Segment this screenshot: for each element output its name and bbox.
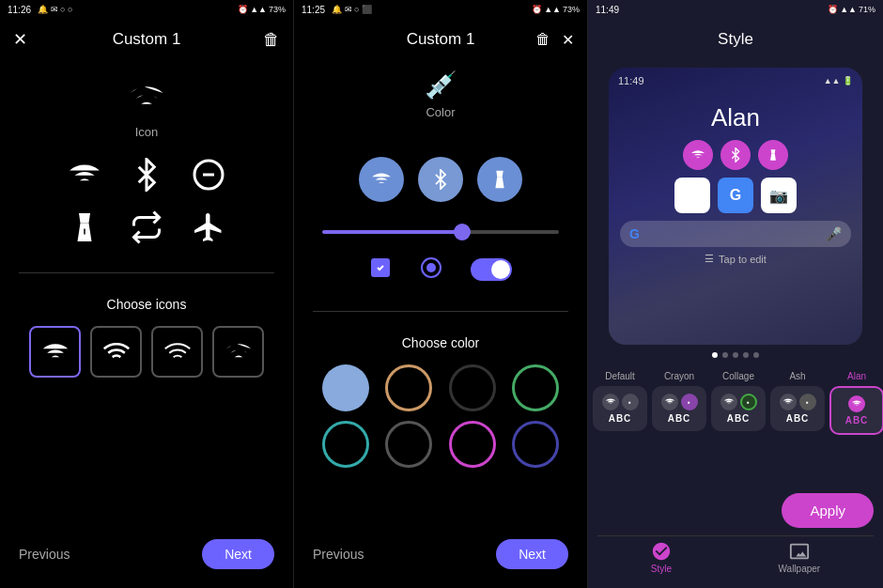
- prev-button-1[interactable]: Previous: [19, 547, 70, 562]
- color-dot-5[interactable]: [322, 421, 369, 468]
- pagination-dots: [588, 352, 883, 358]
- svg-point-5: [426, 263, 436, 272]
- nav-wallpaper-label: Wallpaper: [779, 564, 821, 574]
- status-icons-3: ⏰ ▲▲ 71%: [828, 5, 875, 14]
- icon-section-label: Icon: [135, 125, 159, 139]
- panel1-header: ✕ Custom 1 🗑: [0, 19, 293, 60]
- color-circle-wifi[interactable]: [359, 157, 404, 202]
- status-icons-2: ⏰ ▲▲ 73%: [532, 5, 580, 14]
- status-bar-2: 11:25 🔔 ✉ ○ ⬛ ⏰ ▲▲ 73%: [294, 0, 587, 19]
- status-time-3: 11:49: [596, 5, 619, 15]
- close-icon-1[interactable]: ✕: [13, 29, 27, 50]
- style-title: Style: [718, 30, 753, 49]
- panel2-title: Custom 1: [407, 30, 475, 49]
- color-circle-flashlight[interactable]: [477, 157, 522, 202]
- icon-choice-1[interactable]: [29, 326, 81, 378]
- preview-time-display: 11:49 ▲▲ 🔋: [618, 75, 853, 86]
- flashlight-icon-item[interactable]: [68, 210, 101, 244]
- divider-2: [313, 311, 568, 312]
- radio-control[interactable]: [420, 256, 442, 283]
- style-card-default[interactable]: Default ▪ ABC: [593, 371, 647, 435]
- next-button-1[interactable]: Next: [202, 539, 274, 569]
- preview-flashlight-icon: [758, 140, 788, 170]
- nav-wallpaper[interactable]: Wallpaper: [779, 541, 821, 574]
- preview-search-bar: G 🎤: [620, 221, 851, 247]
- icons-grid: [49, 158, 244, 244]
- panel1-footer: Previous Next: [0, 528, 293, 588]
- prev-button-2[interactable]: Previous: [313, 547, 364, 562]
- panel-choose-color: 11:25 🔔 ✉ ○ ⬛ ⏰ ▲▲ 73% 🗑 ✕ Custom 1 💉 Co…: [294, 0, 588, 588]
- next-button-2[interactable]: Next: [496, 539, 568, 569]
- wifi-icon-item[interactable]: [68, 158, 101, 192]
- main-icon: [128, 79, 165, 120]
- choose-color-section: Choose color: [294, 321, 587, 482]
- preview-wifi-icon: [683, 140, 713, 170]
- toggle-control[interactable]: [471, 258, 512, 281]
- color-dot-2[interactable]: [385, 364, 432, 411]
- nav-style[interactable]: Style: [651, 541, 672, 574]
- delete-icon-1[interactable]: 🗑: [263, 30, 280, 50]
- checkbox-control[interactable]: [369, 256, 392, 283]
- panel-choose-icons: 11:26 🔔 ✉ ○ ○ ⏰ ▲▲ 73% ✕ Custom 1 🗑 Icon: [0, 0, 294, 588]
- color-icon-label: 💉 Color: [313, 70, 568, 138]
- icon-preview-section: Icon: [0, 60, 293, 263]
- style-header: Style: [588, 19, 883, 60]
- preview-bluetooth-icon: [720, 140, 751, 170]
- dot-4: [743, 352, 749, 358]
- color-slider-container: [313, 221, 568, 238]
- style-card-crayon[interactable]: Crayon ▪ ABC: [652, 371, 706, 435]
- eyedropper-icon: 💉: [425, 70, 457, 101]
- panel2-footer: Previous Next: [294, 528, 587, 588]
- color-slider[interactable]: [322, 230, 559, 234]
- style-card-collage[interactable]: Collage ▪ ABC: [711, 371, 766, 435]
- choose-icons-title: Choose icons: [15, 297, 278, 312]
- status-time-1: 11:26 🔔 ✉ ○ ○: [8, 5, 72, 15]
- color-dot-3[interactable]: [449, 364, 496, 411]
- color-dot-8[interactable]: [512, 421, 559, 468]
- tap-to-edit[interactable]: ☰ Tap to edit: [609, 253, 862, 265]
- preview-photos: 📷: [761, 178, 797, 213]
- minus-circle-icon-item[interactable]: [192, 158, 225, 192]
- color-dot-6[interactable]: [385, 421, 432, 468]
- panel1-title: Custom 1: [113, 30, 181, 49]
- color-label: Color: [426, 105, 455, 119]
- color-dot-7[interactable]: [449, 421, 496, 468]
- icon-choice-4[interactable]: [212, 326, 264, 378]
- bluetooth-icon-item[interactable]: [130, 158, 163, 192]
- color-section: 💉 Color: [294, 60, 587, 302]
- apply-button[interactable]: Apply: [782, 493, 874, 528]
- panel-style: 11:49 ⏰ ▲▲ 71% Style 11:49 ▲▲ 🔋 Alan: [588, 0, 883, 588]
- color-dot-4[interactable]: [512, 364, 559, 411]
- color-palette-grid: [309, 364, 572, 468]
- color-circle-bluetooth[interactable]: [418, 157, 463, 202]
- sync-icon-item[interactable]: [130, 210, 163, 244]
- preview-google: G: [718, 178, 753, 213]
- panel2-header: 🗑 ✕ Custom 1: [294, 19, 587, 60]
- choose-icons-section: Choose icons: [0, 283, 293, 392]
- preview-gmail: ✉: [674, 178, 710, 213]
- icon-choice-2[interactable]: [90, 326, 142, 378]
- style-card-ash[interactable]: Ash ▪ ABC: [770, 371, 825, 435]
- selected-colors: [313, 157, 568, 202]
- preview-quick-icons: [609, 140, 862, 170]
- status-bar-1: 11:26 🔔 ✉ ○ ○ ⏰ ▲▲ 73%: [0, 0, 293, 19]
- phone-preview: 11:49 ▲▲ 🔋 Alan ✉ G 📷 G: [609, 68, 862, 345]
- status-bar-3: 11:49 ⏰ ▲▲ 71%: [588, 0, 883, 19]
- style-cards-row: Default ▪ ABC Crayon ▪: [588, 364, 883, 442]
- choose-color-title: Choose color: [309, 335, 572, 350]
- airplane-icon-item[interactable]: [192, 210, 225, 244]
- style-footer: Apply Style Wallpaper: [588, 488, 883, 588]
- icon-choices-row: [15, 326, 278, 378]
- close-icon-2[interactable]: ✕: [562, 31, 574, 49]
- status-icons-1: ⏰ ▲▲ 73%: [238, 5, 286, 14]
- color-dot-1[interactable]: [322, 364, 369, 411]
- bottom-navigation: Style Wallpaper: [597, 535, 874, 579]
- dot-5: [753, 352, 759, 358]
- controls-row: [313, 256, 568, 283]
- delete-icon-2[interactable]: 🗑: [535, 31, 550, 49]
- divider-1: [19, 272, 274, 273]
- style-card-alan[interactable]: Alan ABC: [829, 371, 883, 435]
- icon-choice-3[interactable]: [151, 326, 203, 378]
- preview-app-icons: ✉ G 📷: [609, 178, 862, 213]
- panel2-header-icons: 🗑 ✕: [535, 31, 574, 49]
